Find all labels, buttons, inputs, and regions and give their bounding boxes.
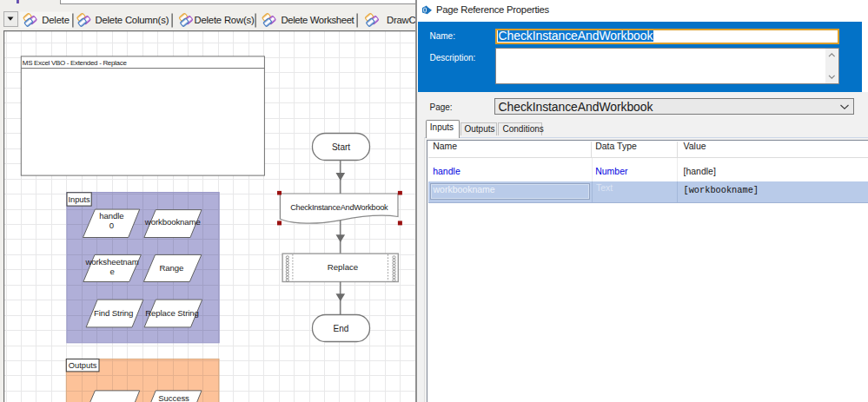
svg-text:Inputs: Inputs — [68, 194, 90, 203]
svg-text:Start: Start — [331, 142, 349, 151]
svg-text:Delete: Delete — [42, 15, 69, 25]
svg-text:workbookname: workbookname — [143, 216, 200, 226]
svg-text:worksheetnam: worksheetnam — [84, 256, 138, 266]
svg-text:Replace String: Replace String — [145, 307, 199, 317]
svg-text:handle: handle — [99, 211, 123, 221]
svg-text:Outputs: Outputs — [68, 361, 96, 370]
svg-text:DrawChart: DrawChart — [387, 15, 417, 25]
svg-text:0: 0 — [109, 221, 113, 230]
svg-text:Success: Success — [158, 393, 189, 402]
svg-text:End: End — [333, 323, 348, 333]
svg-text:e: e — [109, 266, 114, 275]
svg-text:Range: Range — [159, 263, 183, 273]
svg-text:Find String: Find String — [93, 307, 132, 317]
svg-text:MS Excel VBO - Extended - Repl: MS Excel VBO - Extended - Replace — [22, 58, 127, 66]
svg-text:Delete Worksheet: Delete Worksheet — [281, 15, 354, 25]
svg-text:Delete Row(s): Delete Row(s) — [195, 15, 255, 25]
svg-text:Delete Column(s): Delete Column(s) — [96, 15, 169, 25]
svg-text:Replace: Replace — [327, 262, 358, 272]
svg-text:CheckInstanceAndWorkbook: CheckInstanceAndWorkbook — [290, 202, 388, 211]
